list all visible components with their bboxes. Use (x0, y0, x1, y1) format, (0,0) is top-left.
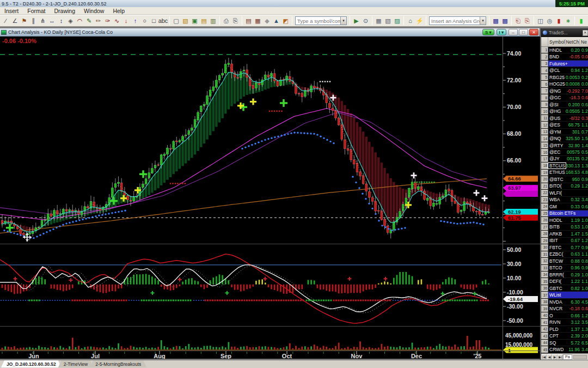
pen-tool-icon[interactable]: ✏ (94, 16, 103, 26)
text-tool-icon[interactable]: abc (158, 16, 168, 26)
arrow-up-tool-icon[interactable]: ↑ (131, 16, 140, 26)
server-icon[interactable]: ▦ (253, 16, 262, 26)
grid-layout-icon[interactable]: ▦ (374, 16, 383, 26)
next-page-icon[interactable]: ▶ (552, 354, 558, 360)
watchlist-row[interactable]: 12@ES68.751.1 (541, 122, 588, 128)
watchlist-row[interactable]: 43CPT2.392.0 (541, 333, 588, 339)
matrix-icon[interactable]: ▩ (491, 16, 500, 26)
watchlist-row[interactable]: 38NVDA6.304.5 (541, 299, 588, 305)
watchlist-section-header[interactable]: 25Bitcoin ETFs (541, 210, 588, 217)
ellipse-tool-icon[interactable]: ○ (140, 16, 149, 26)
watchlist-row[interactable]: 26HODL1.191.0 (541, 217, 588, 224)
pencil-tool-icon[interactable]: ✎ (84, 16, 94, 26)
watchlist-close-icon[interactable]: ✕ (583, 30, 588, 36)
eraser-tool-icon[interactable]: ◈ (66, 16, 75, 26)
watchlist-row[interactable]: 8@GC-16.30.6 (541, 94, 588, 101)
lock-icon[interactable]: ◆ (262, 16, 272, 26)
workspace-tab-2[interactable]: 2-5-MorningBreakouts (90, 360, 146, 367)
watchlist-row[interactable]: 14@NQ325.501.5 (541, 135, 588, 142)
timesales-icon[interactable]: ◫ (536, 16, 545, 26)
parallel-tool-icon[interactable]: ∥ (29, 16, 38, 26)
watchlist-row[interactable]: 42PLD1.371.3 (541, 326, 588, 333)
netchange-column-header[interactable]: NetCh (566, 39, 580, 45)
maximize-button[interactable]: □ (519, 29, 528, 35)
menu-item-insert[interactable]: Insert (0, 8, 23, 14)
minimize-button[interactable]: – (509, 29, 518, 35)
alerts-icon[interactable]: ⚡ (415, 16, 424, 26)
watchlist-row[interactable]: 35DEFI(1.221.1 (541, 278, 588, 285)
prev-page-icon[interactable]: ◀ (547, 354, 552, 360)
arrow-down-tool-icon[interactable]: ↓ (121, 16, 131, 26)
bars-up-icon[interactable]: ▮ (577, 16, 586, 26)
arc-tool-icon[interactable]: ◠ (75, 16, 84, 26)
datafeed-icon[interactable]: ▤ (244, 16, 253, 26)
watchlist-row[interactable]: 16@EC005750.5 (541, 149, 588, 155)
watchlist-row[interactable]: 24GM0.330.6 (541, 203, 588, 210)
scanner-icon[interactable]: ⌂ (406, 16, 415, 26)
marker-tool-icon[interactable]: ✑ (103, 16, 112, 26)
watchlist-row[interactable]: 6HOG250.00080.0 (541, 81, 588, 87)
watchlist-row[interactable]: 33BTCO0.960.9 (541, 265, 588, 272)
find-icon[interactable]: ⊙ (361, 16, 370, 26)
ticks-icon[interactable]: ∗ (564, 16, 573, 26)
menu-item-help[interactable]: Help (108, 8, 129, 14)
open-workspace-icon[interactable]: ▧ (181, 16, 190, 26)
tile-layout-icon[interactable]: ▧ (383, 16, 393, 26)
rectangle-tool-icon[interactable]: □ (149, 16, 158, 26)
symbol-column-header[interactable]: Symbol (548, 39, 566, 45)
watchlist-row[interactable]: 32BTCW0.880.8 (541, 258, 588, 264)
watchlist-row[interactable]: 45CRWD11.963.4 (541, 346, 588, 353)
symbol-command-input[interactable]: Type a symbol/command▾ (295, 16, 347, 25)
page-tab[interactable]: Pa (563, 354, 572, 360)
chart-window-titlebar[interactable]: Chart Analysis - KO Daily [NYSE] Coca-Co… (0, 28, 540, 37)
workspace-folder-icon[interactable]: ▥ (209, 16, 218, 26)
line-tool-icon[interactable]: ∕ (1, 16, 10, 26)
save-workspace-icon[interactable]: ▣ (190, 16, 199, 26)
first-page-icon[interactable]: |◀ (541, 354, 547, 360)
watchlist-row[interactable]: 36GBTC0.821.0 (541, 285, 588, 292)
watchlist-section-header[interactable]: 37WList (541, 292, 588, 298)
watchlist-row[interactable]: 19ETHUS168.534.8 (541, 170, 588, 176)
watchlist-row[interactable]: 41RIVN3.123.5 (541, 319, 588, 325)
window-titlebar[interactable]: 9.5 - T2 - D240.30 - 2-1-JO_D.240.120.60… (0, 0, 588, 7)
watchlist-titlebar[interactable]: TradeS... ✕ (541, 28, 588, 37)
watchlist-row[interactable]: 7@NG-0.2927.0 (541, 88, 588, 94)
cascade-layout-icon[interactable]: ▨ (393, 16, 402, 26)
angle-tool-icon[interactable]: ∠ (10, 16, 20, 26)
menu-item-format[interactable]: Format (23, 8, 50, 14)
watchlist-row[interactable]: 34BRRR(0.291.0 (541, 272, 588, 278)
watchlist-row[interactable]: 10@HG0.05051.2 (541, 108, 588, 114)
watchlist-row[interactable]: 5RBG250.00530.2 (541, 74, 588, 81)
new-workspace-icon[interactable]: ▢ (171, 16, 181, 26)
save-icon[interactable]: ⎙ (222, 16, 231, 26)
print-icon[interactable]: ⎘ (231, 16, 240, 26)
watchlist-row[interactable]: 13@YM3010.7 (541, 129, 588, 135)
matrix2-icon[interactable]: ▩ (500, 16, 510, 26)
interval-i-button[interactable]: I ▾ (497, 29, 506, 35)
workspace-tab-0[interactable]: JO_D.240.120.60.30.52 (1, 360, 62, 367)
watchlist-row[interactable]: 17@JY001350.2 (541, 156, 588, 162)
order-entry-icon[interactable]: ⎗ (513, 16, 523, 26)
menu-item-drawing[interactable]: Drawing (50, 8, 80, 14)
watchlist-row[interactable]: 29IBIT0.671.2 (541, 238, 588, 244)
workspace-tab-1[interactable]: 2-TimeView (58, 360, 93, 367)
watchlist-section-header[interactable]: 3Futures+ (541, 61, 588, 67)
watchlist-row[interactable]: 1HNDL0.200.9 (541, 47, 588, 53)
watchlist-row[interactable]: 20@BTC9500.9 (541, 176, 588, 183)
candles-red-icon[interactable]: ▮ (554, 16, 564, 26)
chevron-down-icon[interactable]: ▾ (480, 17, 486, 25)
curve-tool-icon[interactable]: ∿ (112, 16, 121, 26)
positions-icon[interactable]: ⎘ (523, 16, 532, 26)
palette-icon[interactable]: ◩ (281, 16, 290, 26)
watchlist-row[interactable]: 39NVCR-0.180.6 (541, 305, 588, 312)
bars-down-icon[interactable]: ▮ (586, 16, 588, 26)
analysis-group-select[interactable]: Insert an Analysis Group▾ (429, 16, 486, 25)
chevron-down-icon[interactable]: ▾ (340, 17, 346, 25)
go-icon[interactable]: ▶ (352, 16, 361, 26)
settings-icon[interactable]: ▲ (272, 16, 281, 26)
watchlist-row[interactable]: 27BITB0.531.0 (541, 224, 588, 231)
watchlist-row[interactable]: 15@RTY32.901.4 (541, 142, 588, 149)
flag-tool-icon[interactable]: ⚑ (20, 16, 29, 26)
watchlist-row[interactable]: 30FBTC0.770.9 (541, 244, 588, 251)
last-page-icon[interactable]: ▶| (558, 354, 563, 360)
